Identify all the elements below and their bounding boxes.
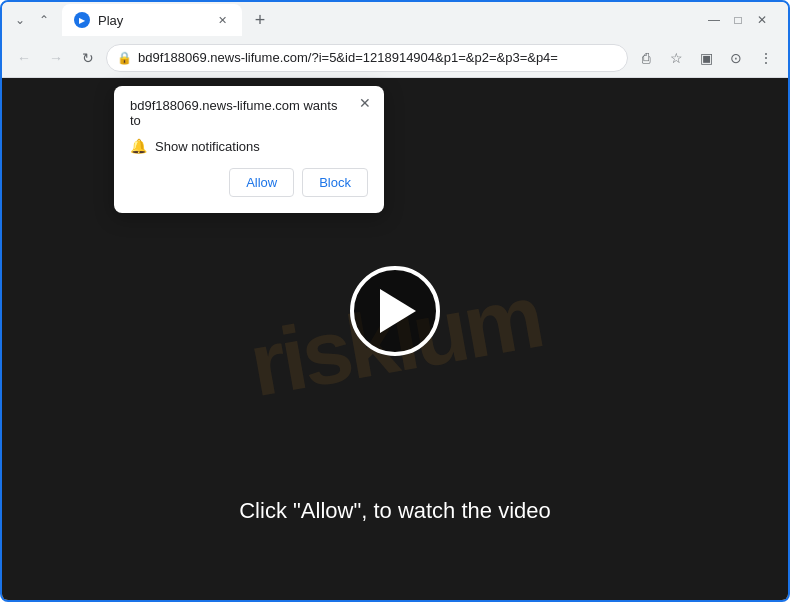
popup-notification-text: Show notifications	[155, 139, 260, 154]
tab-close-button[interactable]: ✕	[214, 12, 230, 28]
lock-icon: 🔒	[117, 51, 132, 65]
share-icon[interactable]: ⎙	[632, 44, 660, 72]
new-tab-button[interactable]: +	[246, 6, 274, 34]
minimize-button[interactable]: —	[704, 10, 724, 30]
profile-icon[interactable]: ⊙	[722, 44, 750, 72]
toolbar: ← → ↻ 🔒 bd9f188069.news-lifume.com/?i=5&…	[2, 38, 788, 78]
maximize-button[interactable]: □	[728, 10, 748, 30]
block-button[interactable]: Block	[302, 168, 368, 197]
tab-favicon	[74, 12, 90, 28]
tab-title: Play	[98, 13, 206, 28]
play-button[interactable]	[350, 266, 440, 356]
notification-popup: ✕ bd9f188069.news-lifume.com wants to 🔔 …	[114, 86, 384, 213]
reload-button[interactable]: ↻	[74, 44, 102, 72]
menu-icon[interactable]: ⋮	[752, 44, 780, 72]
bookmark-icon[interactable]: ☆	[662, 44, 690, 72]
toolbar-actions: ⎙ ☆ ▣ ⊙ ⋮	[632, 44, 780, 72]
popup-site-text: bd9f188069.news-lifume.com wants to	[130, 98, 368, 128]
title-bar: ⌄ ⌃ Play ✕ + — □ ✕	[2, 2, 788, 38]
popup-close-button[interactable]: ✕	[356, 94, 374, 112]
content-area: risklum ✕ bd9f188069.news-lifume.com wan…	[2, 78, 788, 602]
play-triangle-icon	[380, 289, 416, 333]
extensions-icon[interactable]: ▣	[692, 44, 720, 72]
active-tab[interactable]: Play ✕	[62, 4, 242, 36]
chevron-down-btn[interactable]: ⌄	[10, 10, 30, 30]
allow-button[interactable]: Allow	[229, 168, 294, 197]
close-button[interactable]: ✕	[752, 10, 772, 30]
popup-notification-row: 🔔 Show notifications	[130, 138, 368, 154]
popup-buttons: Allow Block	[130, 168, 368, 197]
forward-button[interactable]: →	[42, 44, 70, 72]
window-controls: ⌄ ⌃	[10, 10, 54, 30]
video-message: Click "Allow", to watch the video	[239, 498, 551, 524]
url-text: bd9f188069.news-lifume.com/?i=5&id=12189…	[138, 50, 617, 65]
window-action-controls: — □ ✕	[704, 10, 772, 30]
back-button[interactable]: ←	[10, 44, 38, 72]
tab-strip: Play ✕ +	[62, 4, 704, 36]
address-bar[interactable]: 🔒 bd9f188069.news-lifume.com/?i=5&id=121…	[106, 44, 628, 72]
bell-icon: 🔔	[130, 138, 147, 154]
chevron-up-btn[interactable]: ⌃	[34, 10, 54, 30]
